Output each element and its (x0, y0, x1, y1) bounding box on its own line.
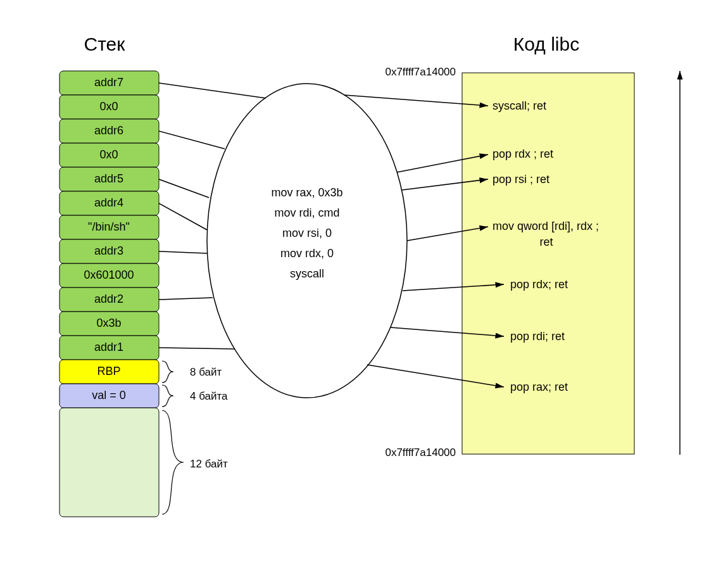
svg-line-19 (159, 251, 207, 253)
stack-cell-addr6: addr6 (94, 124, 123, 137)
gadget-pop-rax: pop rax; ret (510, 381, 568, 393)
stack-cell-0x3b: 0x3b (96, 317, 121, 329)
gadget-pop-rsi: pop rsi ; ret (493, 173, 549, 186)
stack-cell-0x0-a: 0x0 (99, 100, 118, 113)
gadget-mov-qword-b: ret (539, 236, 553, 248)
asm-mov-rdi: mov rdi, cmd (274, 206, 339, 219)
asm-syscall: syscall (290, 267, 324, 280)
stack-cell-addr2: addr2 (94, 293, 123, 305)
gadget-pop-rdi: pop rdi; ret (510, 330, 565, 343)
stack-cell-0x0-b: 0x0 (99, 148, 118, 161)
svg-line-18 (159, 203, 207, 230)
center-asm-ellipse (207, 84, 407, 398)
size-val: 4 байта (190, 390, 228, 402)
stack-cell-val: val = 0 (92, 389, 126, 402)
stack-cell-addr5: addr5 (94, 172, 123, 185)
gadget-mov-qword-a: mov qword [rdi], rdx ; (493, 220, 599, 232)
gadget-syscall-ret: syscall; ret (493, 99, 546, 112)
svg-rect-14 (60, 408, 159, 517)
svg-line-15 (159, 83, 266, 98)
stack-cell-addr7: addr7 (94, 76, 123, 89)
stack-cell-addr1: addr1 (94, 341, 123, 353)
asm-mov-rax: mov rax, 0x3b (271, 186, 342, 199)
libc-box (462, 73, 634, 454)
asm-mov-rdx: mov rdx, 0 (280, 247, 334, 260)
gadget-pop-rdx2: pop rdx; ret (510, 278, 568, 291)
stack-cell-rbp: RBP (97, 365, 120, 377)
libc-header: Код libc (513, 34, 579, 54)
stack-cell-binsh: "/bin/sh" (88, 220, 130, 233)
libc-bot-addr: 0x7ffff7a14000 (385, 446, 456, 459)
libc-top-addr: 0x7ffff7a14000 (385, 66, 456, 78)
stack-cell-0x601000: 0x601000 (84, 269, 134, 281)
asm-mov-rsi: mov rsi, 0 (282, 227, 332, 239)
size-rbp: 8 байт (190, 366, 222, 378)
svg-line-17 (159, 179, 209, 198)
stack-header: Стек (84, 34, 126, 54)
stack-cell-addr3: addr3 (94, 244, 123, 257)
svg-line-20 (159, 298, 213, 300)
size-buf: 12 байт (190, 458, 228, 470)
svg-line-16 (159, 131, 225, 149)
stack-cell-addr4: addr4 (94, 196, 123, 209)
size-annotations: 8 байт 4 байта 12 байт (162, 361, 228, 514)
gadget-pop-rdx: pop rdx ; ret (493, 148, 553, 160)
svg-line-21 (159, 348, 235, 349)
